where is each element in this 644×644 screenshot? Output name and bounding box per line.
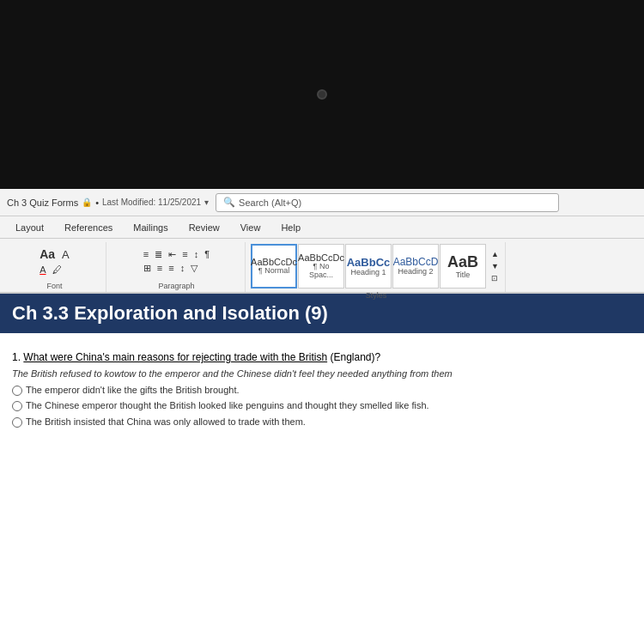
option-row-1: The emperor didn't like the gifts the Br… xyxy=(12,384,632,397)
line-spacing-button[interactable]: ↕ xyxy=(178,262,188,275)
font-size-button[interactable]: Aa xyxy=(37,246,58,262)
tab-review[interactable]: Review xyxy=(180,221,228,234)
style-heading1[interactable]: AaBbCc Heading 1 xyxy=(345,244,392,289)
align-center-button[interactable]: ≡ xyxy=(179,248,190,261)
align-right-button[interactable]: ≡ xyxy=(166,262,176,275)
document-content: 1. What were China's main reasons for re… xyxy=(0,343,644,644)
list-bullet-button[interactable]: ≡ xyxy=(141,248,151,261)
question-1-text: 1. What were China's main reasons for re… xyxy=(12,350,632,365)
option-radio-1[interactable] xyxy=(12,386,22,396)
styles-scroll-up[interactable]: ▲ xyxy=(489,249,501,259)
paragraph-section: ≡ ≣ ⇤ ≡ ↕ ¶ ⊞ ≡ ≡ ↕ ▽ Par xyxy=(108,242,246,292)
document-title-bar: Ch 3.3 Exploration and Isolation (9) xyxy=(0,294,644,333)
modified-icon: 🔒 xyxy=(82,197,92,207)
dropdown-arrow[interactable]: ▾ xyxy=(204,197,209,207)
font-color-button[interactable]: A xyxy=(37,264,48,276)
highlight-button[interactable]: 🖊 xyxy=(50,264,64,276)
document-wrapper: Ch 3.3 Exploration and Isolation (9) 1. … xyxy=(0,294,644,644)
styles-section-label: Styles xyxy=(366,291,387,300)
style-heading2[interactable]: AaBbCcD Heading 2 xyxy=(392,244,439,289)
question-1-underlined: What were China's main reasons for rejec… xyxy=(23,351,327,363)
document-inner: Ch 3.3 Exploration and Isolation (9) 1. … xyxy=(0,294,644,644)
answer-hint-1: The British refused to kowtow to the emp… xyxy=(12,368,632,379)
modified-label: • xyxy=(95,197,99,208)
laptop-bezel xyxy=(0,0,644,189)
option-radio-2[interactable] xyxy=(12,401,22,411)
style-no-spacing-label: ¶ No Spac... xyxy=(301,263,342,280)
shading-button[interactable]: ▽ xyxy=(188,262,200,275)
option-text-3: The British insisted that China was only… xyxy=(26,416,306,428)
font-section-label: Font xyxy=(46,282,62,290)
search-icon: 🔍 xyxy=(223,197,235,208)
styles-scroll: ▲ ▼ ⊡ xyxy=(489,249,501,283)
filename-label: Ch 3 Quiz Forms xyxy=(7,197,78,208)
style-heading1-preview: AaBbCc xyxy=(347,256,391,269)
option-text-1: The emperor didn't like the gifts the Br… xyxy=(26,384,240,397)
question-1-rest: (England)? xyxy=(327,351,380,363)
indent-less-button[interactable]: ⇤ xyxy=(166,248,179,261)
ribbon-toolbar: Aa A A 🖊 Font ≡ ≣ ⇤ xyxy=(0,239,644,294)
styles-list: AaBbCcDc ¶ Normal AaBbCcDc ¶ No Spac... … xyxy=(251,244,501,289)
border-button[interactable]: ⊞ xyxy=(141,262,154,275)
modified-date: Last Modified: 11/25/2021 xyxy=(102,197,201,207)
paragraph-content: ≡ ≣ ⇤ ≡ ↕ ¶ ⊞ ≡ ≡ ↕ ▽ xyxy=(141,242,212,280)
style-title-preview: AaB xyxy=(447,253,478,271)
align-left-button[interactable]: ≡ xyxy=(155,262,165,275)
font-clear-button[interactable]: A xyxy=(59,247,72,262)
tab-references[interactable]: References xyxy=(56,221,121,234)
font-section-content: Aa A A 🖊 xyxy=(37,242,72,280)
sort-button[interactable]: ↕ xyxy=(191,248,202,261)
font-section: Aa A A 🖊 Font xyxy=(3,242,106,292)
tab-view[interactable]: View xyxy=(232,221,270,234)
tab-mailings[interactable]: Mailings xyxy=(125,221,176,234)
style-no-spacing[interactable]: AaBbCcDc ¶ No Spac... xyxy=(298,244,344,289)
style-heading2-label: Heading 2 xyxy=(398,268,433,276)
list-number-button[interactable]: ≣ xyxy=(152,248,165,261)
paragraph-section-label: Paragraph xyxy=(158,282,194,290)
style-heading2-preview: AaBbCcD xyxy=(393,256,439,268)
style-heading1-label: Heading 1 xyxy=(350,269,386,277)
option-radio-3[interactable] xyxy=(12,417,22,428)
styles-section: AaBbCcDc ¶ Normal AaBbCcDc ¶ No Spac... … xyxy=(247,242,506,292)
tab-help[interactable]: Help xyxy=(272,221,309,234)
option-row-3: The British insisted that China was only… xyxy=(12,416,632,428)
title-bar-left: Ch 3 Quiz Forms 🔒 • Last Modified: 11/25… xyxy=(7,197,209,208)
style-title[interactable]: AaB Title xyxy=(440,244,486,289)
option-text-2: The Chinese emperor thought the British … xyxy=(26,399,429,412)
ribbon-tabs-row: Layout References Mailings Review View H… xyxy=(0,216,644,239)
camera-dot xyxy=(317,89,327,100)
option-row-2: The Chinese emperor thought the British … xyxy=(12,399,632,412)
style-title-label: Title xyxy=(456,271,471,280)
style-normal[interactable]: AaBbCcDc ¶ Normal xyxy=(251,244,297,289)
title-bar: Ch 3 Quiz Forms 🔒 • Last Modified: 11/25… xyxy=(0,189,644,216)
document-title: Ch 3.3 Exploration and Isolation (9) xyxy=(12,302,328,324)
question-1: 1. What were China's main reasons for re… xyxy=(12,350,632,428)
question-1-number: 1. xyxy=(12,351,23,363)
styles-expand[interactable]: ⊡ xyxy=(489,273,501,283)
styles-scroll-down[interactable]: ▼ xyxy=(489,261,501,271)
screen: Ch 3 Quiz Forms 🔒 • Last Modified: 11/25… xyxy=(0,189,644,644)
style-normal-label: ¶ Normal xyxy=(258,267,289,276)
tab-layout[interactable]: Layout xyxy=(7,221,52,234)
search-placeholder: Search (Alt+Q) xyxy=(239,197,301,208)
paragraph-mark-button[interactable]: ¶ xyxy=(202,248,212,261)
search-bar[interactable]: 🔍 Search (Alt+Q) xyxy=(216,193,559,212)
